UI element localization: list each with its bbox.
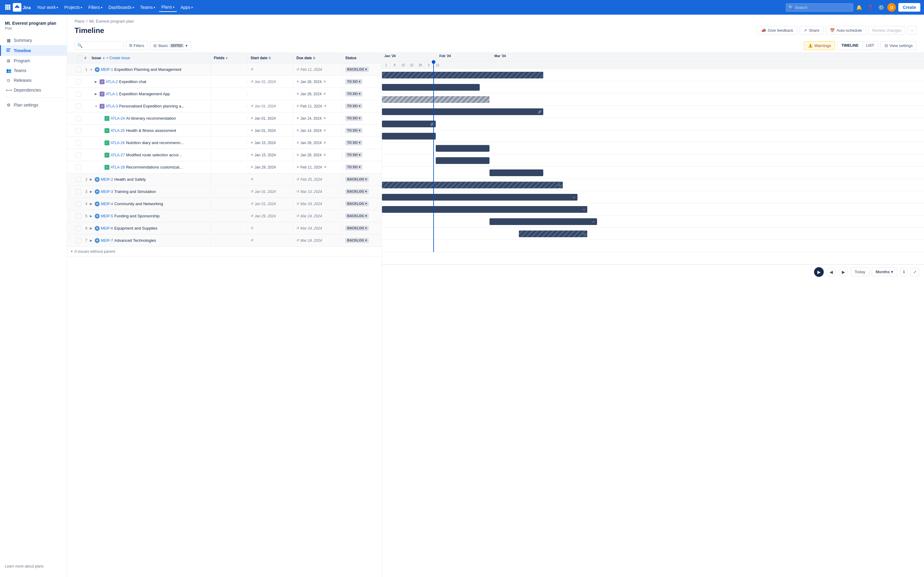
issue-key[interactable]: MEIP-7	[101, 239, 113, 243]
row-checkbox[interactable]	[76, 177, 81, 182]
sidebar-item-timeline[interactable]: Timeline	[0, 45, 67, 56]
row-checkbox[interactable]	[76, 103, 81, 109]
help-icon[interactable]: ❓	[865, 3, 875, 11]
clear-due-date-button[interactable]: ✕	[324, 104, 326, 108]
row-checkbox[interactable]	[76, 238, 81, 243]
clear-due-date-button[interactable]: ✕	[323, 80, 326, 84]
sidebar-item-program[interactable]: ⊞ Program	[0, 56, 67, 66]
nav-projects[interactable]: Projects ▾	[62, 3, 85, 11]
nav-teams[interactable]: Teams ▾	[138, 3, 158, 11]
gantt-bar[interactable]	[382, 133, 436, 140]
expand-button[interactable]: ▶	[89, 201, 94, 206]
issue-key[interactable]: ATLA-24	[111, 116, 125, 121]
status-badge[interactable]: BACKLOG ▾	[345, 67, 369, 72]
issue-key[interactable]: MEIP-6	[101, 226, 113, 230]
sidebar-item-teams[interactable]: 👥 Teams	[0, 66, 67, 76]
jira-logo[interactable]: Jira	[13, 3, 31, 11]
expand-button[interactable]	[99, 116, 103, 121]
status-badge[interactable]: BACKLOG ▾	[345, 189, 369, 194]
row-checkbox[interactable]	[76, 67, 81, 73]
issue-key[interactable]: ATLA-25	[111, 129, 125, 133]
sidebar-item-dependencies[interactable]: ⟷ Dependencies	[0, 85, 67, 95]
create-button[interactable]: Create	[898, 3, 920, 11]
gantt-bar[interactable]: →	[489, 218, 597, 225]
apps-grid-icon[interactable]	[4, 3, 11, 12]
gantt-bar[interactable]: 🔗	[382, 121, 436, 127]
issue-key[interactable]: MEIP-5	[101, 214, 113, 218]
status-badge[interactable]: BACKLOG ▾	[345, 177, 369, 182]
more-options-button[interactable]: ···	[908, 26, 917, 35]
row-checkbox[interactable]	[76, 116, 81, 121]
expand-button[interactable]: ▶	[89, 226, 94, 231]
basic-filter-button[interactable]: ⊟ Basic EDITED ▾	[150, 41, 191, 50]
info-button[interactable]: ℹ	[900, 268, 908, 276]
search-input[interactable]	[786, 3, 853, 11]
row-checkbox[interactable]	[76, 128, 81, 134]
timeline-view-button[interactable]: TIMELINE	[838, 42, 863, 50]
nav-filters[interactable]: Filters ▾	[86, 3, 105, 11]
gantt-bar[interactable]	[382, 72, 543, 79]
row-checkbox[interactable]	[76, 189, 81, 195]
nav-apps[interactable]: Apps ▾	[178, 3, 195, 11]
status-badge[interactable]: TO DO ▾	[345, 103, 362, 109]
learn-more-link[interactable]: Learn more about plans	[5, 564, 44, 569]
gantt-bar[interactable]: →	[519, 230, 587, 237]
avatar[interactable]: O	[887, 3, 896, 11]
expand-all-button[interactable]: ⤢	[911, 268, 919, 276]
issue-key[interactable]: ATLA-27	[111, 153, 125, 157]
expand-button[interactable]	[99, 140, 103, 145]
gantt-bar[interactable]	[489, 169, 543, 176]
months-button[interactable]: Months ▾	[872, 268, 897, 276]
gantt-next-button[interactable]: ▶	[838, 267, 848, 277]
auto-schedule-button[interactable]: 📅 Auto-schedule	[826, 26, 866, 35]
review-changes-button[interactable]: Review changes	[868, 26, 905, 35]
gantt-bar[interactable]: →	[382, 206, 587, 213]
select-all-checkbox[interactable]	[77, 55, 82, 61]
row-checkbox[interactable]	[76, 152, 81, 158]
settings-icon[interactable]: ⚙️	[876, 3, 886, 11]
row-checkbox[interactable]	[76, 140, 81, 146]
status-badge[interactable]: TO DO ▾	[345, 128, 362, 133]
status-badge[interactable]: BACKLOG ▾	[345, 201, 369, 206]
status-badge[interactable]: TO DO ▾	[345, 91, 362, 97]
col-fields-header[interactable]: Fields ▾	[211, 53, 247, 63]
gantt-bar[interactable]	[436, 157, 489, 164]
breadcrumb-plans[interactable]: Plans	[74, 19, 85, 24]
issue-search-box[interactable]: 🔍	[74, 41, 123, 50]
expand-button[interactable]	[99, 165, 103, 170]
notifications-icon[interactable]: 🔔	[855, 3, 864, 11]
issue-key[interactable]: MEIP-2	[101, 177, 113, 182]
row-checkbox[interactable]	[76, 79, 81, 85]
clear-due-date-button[interactable]: ✕	[323, 153, 326, 157]
row-checkbox[interactable]	[76, 213, 81, 219]
gantt-bar[interactable]: →	[382, 194, 577, 201]
clear-due-date-button[interactable]: ✕	[323, 141, 326, 145]
issue-key[interactable]: ATLA-26	[111, 141, 125, 145]
status-badge[interactable]: TO DO ▾	[345, 140, 362, 145]
status-badge[interactable]: BACKLOG ▾	[345, 238, 369, 243]
status-badge[interactable]: BACKLOG ▾	[345, 213, 369, 219]
expand-button[interactable]: ▾	[89, 67, 94, 72]
view-settings-button[interactable]: ⊟ View settings	[880, 41, 917, 50]
status-badge[interactable]: TO DO ▾	[345, 116, 362, 121]
clear-due-date-button[interactable]: ✕	[323, 129, 326, 132]
issue-key[interactable]: MEIP-3	[101, 190, 113, 194]
row-checkbox[interactable]	[76, 91, 81, 97]
status-badge[interactable]: TO DO ▾	[345, 152, 362, 158]
row-checkbox[interactable]	[76, 226, 81, 231]
filters-button[interactable]: ⧉ Filters	[126, 41, 148, 50]
expand-button[interactable]: ▶	[94, 79, 99, 84]
status-badge[interactable]: TO DO ▾	[345, 79, 362, 84]
status-badge[interactable]: BACKLOG ▾	[345, 226, 369, 231]
gantt-bar[interactable]: 🔗	[382, 108, 543, 115]
gantt-forward-button[interactable]: ▶	[814, 267, 824, 277]
list-view-button[interactable]: LIST	[863, 42, 878, 50]
row-checkbox[interactable]	[76, 201, 81, 207]
status-badge[interactable]: TO DO ▾	[345, 164, 362, 170]
expand-button[interactable]: ▶	[89, 214, 94, 219]
warnings-button[interactable]: ⚠️ Warnings	[804, 41, 835, 50]
expand-button[interactable]	[99, 128, 103, 133]
issue-key[interactable]: ATLA-2	[106, 80, 118, 84]
expand-button[interactable]	[99, 153, 103, 158]
sidebar-item-releases[interactable]: ⊙ Releases	[0, 76, 67, 85]
